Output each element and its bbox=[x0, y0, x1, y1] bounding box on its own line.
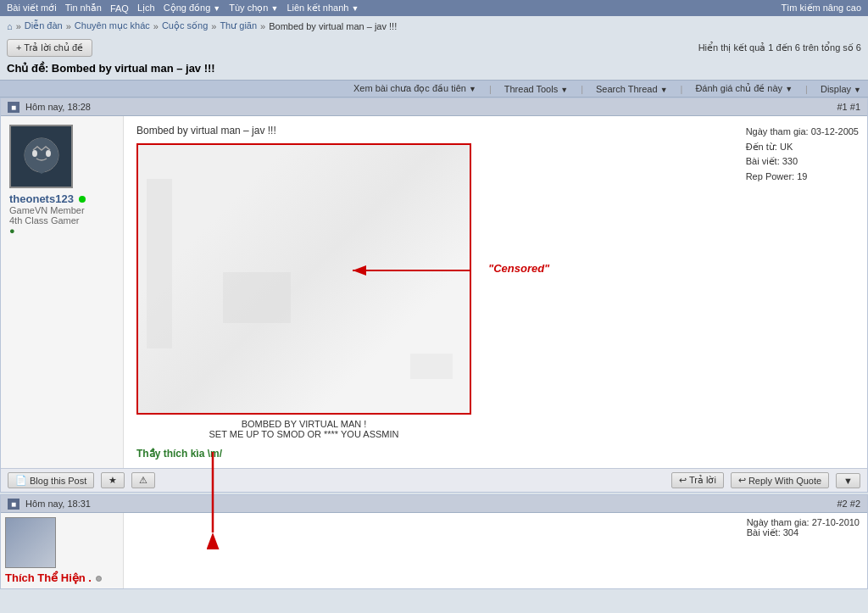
post-1-user-meta: Ngày tham gia: 03-12-2005 Đến từ: UK Bài… bbox=[746, 125, 859, 184]
post-2-username[interactable]: Thích Thể Hiện . bbox=[5, 571, 92, 584]
image-caption: BOMBED BY VIRTUAL MAN ! SET ME UP TO SMO… bbox=[209, 419, 399, 439]
post-1-body: theonets123 GameVN Member 4th Class Game… bbox=[1, 116, 867, 468]
tool-thread-tools[interactable]: Thread Tools ▼ bbox=[504, 84, 568, 94]
reply-button[interactable]: ↩ Trả lời bbox=[671, 472, 724, 488]
thread-title: Chủ đề: Bombed by virtual man – jav !!! bbox=[7, 62, 215, 75]
bookmark-icon: ★ bbox=[108, 475, 117, 486]
post-2-avatar bbox=[5, 517, 56, 568]
breadcrumb: ⌂ » Diễn đàn » Chuyên mục khác » Cuộc số… bbox=[0, 16, 868, 36]
post-2-meta: Ngày tham gia: 27-10-2010 Bài viết: 304 bbox=[747, 517, 860, 538]
bookmark-button[interactable]: ★ bbox=[101, 472, 125, 488]
nav-new-posts[interactable]: Bài viết mới bbox=[7, 3, 57, 14]
result-info: Hiển thị kết quả 1 đến 6 trên tổng số 6 bbox=[698, 42, 861, 53]
report-icon: ⚠ bbox=[139, 475, 147, 486]
breadcrumb-category[interactable]: Chuyên mục khác bbox=[75, 20, 150, 31]
post-1-username[interactable]: theonets123 bbox=[9, 192, 74, 205]
report-button[interactable]: ⚠ bbox=[131, 472, 155, 488]
post-2: ■ Hôm nay, 18:31 #2 #2 Thích Thể Hiện . … bbox=[0, 494, 868, 589]
reply-thread-button[interactable]: + Trả lời chủ đề bbox=[7, 39, 92, 57]
post-1-time: ■ Hôm nay, 18:28 bbox=[8, 102, 91, 112]
post-1-footer: 📄 Blog this Post ★ ⚠ ↩ Trả lời ↩ Reply W… bbox=[1, 468, 867, 492]
reply-icon: ↩ bbox=[679, 475, 687, 486]
reply-quote-icon: ↩ bbox=[738, 475, 746, 486]
post-2-time: ■ Hôm nay, 18:31 bbox=[8, 499, 91, 509]
breadcrumb-cuocsong[interactable]: Cuộc sống bbox=[162, 20, 208, 31]
top-nav-bar: Bài viết mới Tin nhắn FAQ Lịch Cộng đồng… bbox=[0, 0, 868, 16]
breadcrumb-thuian[interactable]: Thư giãn bbox=[220, 20, 257, 31]
post-2-online-indicator bbox=[96, 576, 102, 582]
tool-display[interactable]: Display ▼ bbox=[821, 84, 861, 94]
reply-with-quote-button[interactable]: ↩ Reply With Quote bbox=[731, 472, 829, 488]
censored-label: "Censored" bbox=[488, 262, 549, 275]
post-1-content: Bombed by virtual man – jav !!! bbox=[124, 116, 867, 468]
svg-point-2 bbox=[32, 150, 37, 157]
tool-rate[interactable]: Đánh giá chủ đề này ▼ bbox=[695, 83, 793, 94]
top-nav-links: Bài viết mới Tin nhắn FAQ Lịch Cộng đồng… bbox=[7, 3, 359, 14]
tool-search[interactable]: Search Thread ▼ bbox=[596, 84, 668, 94]
post-2-body: Thích Thể Hiện . Ngày tham gia: 27-10-20… bbox=[1, 513, 867, 588]
post-1-header: ■ Hôm nay, 18:28 #1 #1 bbox=[1, 98, 867, 116]
nav-faq[interactable]: FAQ bbox=[110, 3, 129, 14]
post-1-num: #1 #1 bbox=[837, 102, 860, 112]
more-options-button[interactable]: ▼ bbox=[836, 473, 860, 488]
red-arrow-down bbox=[204, 448, 374, 549]
post-1: ■ Hôm nay, 18:28 #1 #1 bbox=[0, 98, 868, 493]
post-1-user-class: 4th Class Gamer bbox=[9, 215, 114, 226]
nav-messages[interactable]: Tin nhắn bbox=[65, 3, 102, 14]
home-icon[interactable]: ⌂ bbox=[7, 21, 13, 31]
nav-options[interactable]: Tùy chọn ▼ bbox=[229, 3, 278, 14]
post-2-num: #2 #2 bbox=[837, 499, 860, 509]
censored-arrow-svg bbox=[344, 245, 480, 296]
post-2-header: ■ Hôm nay, 18:31 #2 #2 bbox=[1, 495, 867, 513]
post-2-user-panel: Thích Thể Hiện . bbox=[1, 513, 124, 588]
post-1-user-panel: theonets123 GameVN Member 4th Class Game… bbox=[1, 116, 124, 468]
breadcrumb-current: Bombed by virtual man – jav !!! bbox=[269, 21, 397, 31]
post-2-content bbox=[124, 513, 137, 588]
breadcrumb-forum[interactable]: Diễn đàn bbox=[25, 20, 63, 31]
nav-community[interactable]: Cộng đồng ▼ bbox=[164, 3, 221, 14]
post-1-avatar bbox=[9, 125, 73, 188]
nav-quick-links[interactable]: Liên kết nhanh ▼ bbox=[287, 3, 359, 14]
post-1-online-indicator bbox=[79, 196, 86, 203]
post-1-user-role: GameVN Member bbox=[9, 205, 114, 215]
tool-unread[interactable]: Xem bài chưa đọc đầu tiên ▼ bbox=[353, 83, 476, 94]
svg-point-3 bbox=[46, 150, 51, 157]
thread-tools-bar: Xem bài chưa đọc đầu tiên ▼ | Thread Too… bbox=[0, 80, 868, 98]
post-1-user-stars: ● bbox=[9, 226, 114, 236]
blog-icon: 📄 bbox=[15, 475, 27, 486]
blog-post-button[interactable]: 📄 Blog this Post bbox=[8, 472, 94, 488]
advanced-search-link[interactable]: Tìm kiếm nâng cao bbox=[782, 3, 861, 14]
nav-calendar[interactable]: Lịch bbox=[137, 3, 155, 14]
